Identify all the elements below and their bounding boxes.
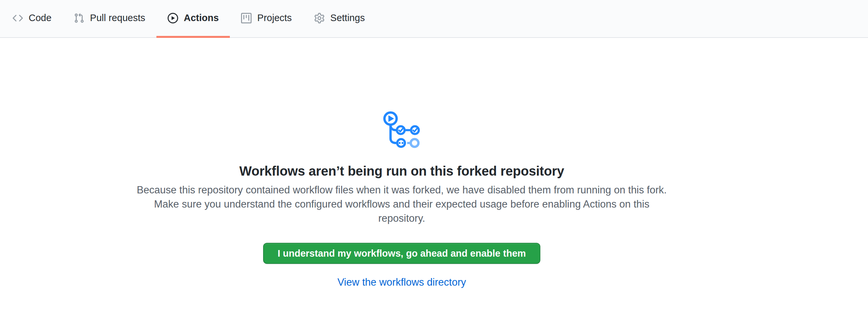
tab-projects[interactable]: Projects <box>230 0 303 38</box>
view-workflows-directory-link[interactable]: View the workflows directory <box>338 276 466 288</box>
tab-settings[interactable]: Settings <box>303 0 376 38</box>
tab-actions[interactable]: Actions <box>156 0 230 38</box>
enable-workflows-button[interactable]: I understand my workflows, go ahead and … <box>263 243 540 264</box>
project-board-icon <box>241 13 252 23</box>
git-pull-request-icon <box>74 13 84 23</box>
actions-blankslate: Workflows aren’t being run on this forke… <box>0 38 803 288</box>
tab-code[interactable]: Code <box>1 0 63 38</box>
tab-pull-requests-label: Pull requests <box>90 13 145 23</box>
repo-nav: Code Pull requests Actions Projects Sett… <box>0 0 868 38</box>
blankslate-description: Because this repository contained workfl… <box>133 183 671 225</box>
blankslate-title: Workflows aren’t being run on this forke… <box>239 164 564 179</box>
tab-code-label: Code <box>29 13 51 23</box>
workflow-graph-icon <box>383 111 421 149</box>
gear-icon <box>314 13 325 23</box>
play-circle-icon <box>167 13 178 23</box>
tab-pull-requests[interactable]: Pull requests <box>63 0 156 38</box>
tab-settings-label: Settings <box>330 13 365 23</box>
code-icon <box>12 13 23 23</box>
tab-actions-label: Actions <box>184 13 219 23</box>
tab-projects-label: Projects <box>257 13 292 23</box>
